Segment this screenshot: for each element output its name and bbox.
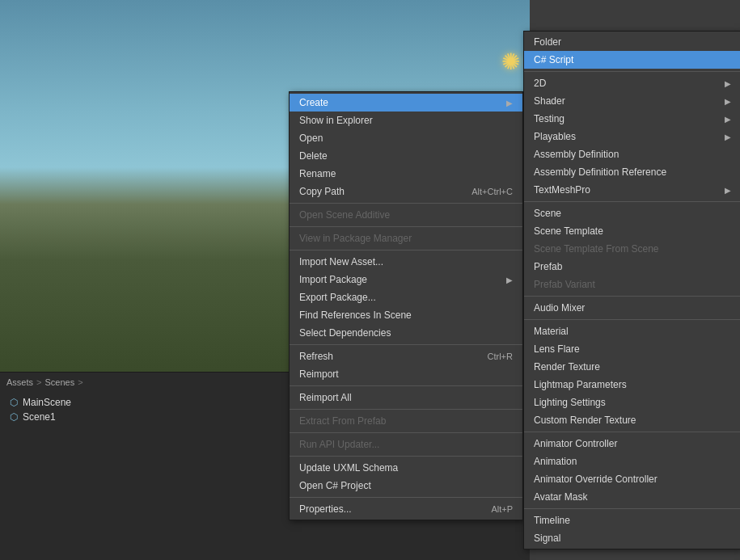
menu-item-csharp-script[interactable]: C# Script xyxy=(524,51,740,69)
menu-label: Avatar Mask xyxy=(534,491,587,503)
menu-label: Timeline xyxy=(534,515,570,526)
menu-item-properties[interactable]: Properties... Alt+P xyxy=(290,500,522,518)
menu-item-scene-template-from-scene: Scene Template From Scene xyxy=(524,240,740,258)
menu-item-lens-flare[interactable]: Lens Flare xyxy=(524,340,740,358)
menu-separator xyxy=(290,409,522,410)
menu-separator xyxy=(290,344,522,345)
menu-label: Extract From Prefab xyxy=(299,415,386,427)
menu-separator xyxy=(524,432,740,432)
menu-label: Lens Flare xyxy=(534,343,580,355)
submenu-arrow-icon: ▶ xyxy=(506,276,513,284)
menu-item-open-csharp-project[interactable]: Open C# Project xyxy=(290,477,522,495)
menu-item-animator-override-controller[interactable]: Animator Override Controller xyxy=(524,470,740,488)
menu-item-export-package[interactable]: Export Package... xyxy=(290,288,522,306)
menu-label: Custom Render Texture xyxy=(534,415,636,426)
menu-label: Reimport All xyxy=(299,392,352,403)
menu-item-run-api-updater: Run API Updater... xyxy=(290,436,522,453)
menu-label: Scene Template xyxy=(534,225,603,237)
menu-separator xyxy=(524,319,740,320)
menu-item-reimport-all[interactable]: Reimport All xyxy=(290,389,522,406)
menu-item-show-in-explorer[interactable]: Show in Explorer xyxy=(290,112,522,129)
menu-label: Properties... xyxy=(299,503,352,515)
menu-item-audio-mixer[interactable]: Audio Mixer xyxy=(524,299,740,317)
menu-separator xyxy=(524,296,740,297)
scene-icon: ⬡ xyxy=(10,397,18,408)
menu-item-animator-controller[interactable]: Animator Controller xyxy=(524,435,740,453)
menu-item-import-package[interactable]: Import Package ▶ xyxy=(290,271,522,288)
menu-item-delete[interactable]: Delete xyxy=(290,147,522,165)
menu-item-timeline[interactable]: Timeline xyxy=(524,512,740,529)
menu-item-copy-path[interactable]: Copy Path Alt+Ctrl+C xyxy=(290,183,522,200)
menu-separator xyxy=(290,250,522,251)
menu-label: Import New Asset... xyxy=(299,256,383,267)
menu-item-folder[interactable]: Folder xyxy=(524,33,740,51)
menu-label: Select Dependencies xyxy=(299,327,391,339)
menu-item-render-texture[interactable]: Render Texture xyxy=(524,358,740,376)
menu-label: Playables xyxy=(534,131,576,142)
menu-label: Assembly Definition xyxy=(534,149,619,160)
menu-item-assembly-definition[interactable]: Assembly Definition xyxy=(524,145,740,163)
menu-item-rename[interactable]: Rename xyxy=(290,165,522,183)
editor-background: ✺ Assets > Scenes > ⬡ MainScene ⬡ Scene1… xyxy=(0,0,740,560)
menu-item-prefab-variant: Prefab Variant xyxy=(524,276,740,293)
menu-item-reimport[interactable]: Reimport xyxy=(290,365,522,383)
menu-label: Animation xyxy=(534,456,577,467)
menu-label: Delete xyxy=(299,150,328,162)
menu-label: Scene Template From Scene xyxy=(534,243,659,255)
menu-item-import-new-asset[interactable]: Import New Asset... xyxy=(290,253,522,271)
menu-label: Audio Mixer xyxy=(534,302,585,314)
menu-label: Show in Explorer xyxy=(299,115,373,126)
menu-shortcut: Alt+Ctrl+C xyxy=(471,187,513,196)
menu-label: Signal xyxy=(534,533,560,544)
menu-item-open[interactable]: Open xyxy=(290,129,522,147)
menu-item-2d[interactable]: 2D ▶ xyxy=(524,74,740,92)
menu-item-scene[interactable]: Scene xyxy=(524,204,740,222)
menu-label: Open xyxy=(299,133,323,144)
menu-label: 2D xyxy=(534,78,546,89)
menu-separator xyxy=(290,432,522,433)
menu-label: Copy Path xyxy=(299,186,345,197)
menu-label: Prefab xyxy=(534,261,562,272)
menu-label: Import Package xyxy=(299,274,367,285)
menu-item-shader[interactable]: Shader ▶ xyxy=(524,92,740,110)
menu-item-signal[interactable]: Signal xyxy=(524,529,740,547)
menu-label: C# Script xyxy=(534,54,573,65)
menu-item-select-dependencies[interactable]: Select Dependencies xyxy=(290,324,522,342)
file-name: Scene1 xyxy=(23,411,56,423)
menu-label: Create xyxy=(299,97,328,108)
menu-item-assembly-definition-reference[interactable]: Assembly Definition Reference xyxy=(524,163,740,181)
menu-label: Reimport xyxy=(299,368,339,380)
menu-label: Scene xyxy=(534,208,561,219)
menu-item-custom-render-texture[interactable]: Custom Render Texture xyxy=(524,411,740,429)
menu-separator xyxy=(524,508,740,509)
menu-label: Assembly Definition Reference xyxy=(534,166,666,178)
menu-item-lightmap-parameters[interactable]: Lightmap Parameters xyxy=(524,376,740,394)
menu-item-scene-template[interactable]: Scene Template xyxy=(524,222,740,240)
menu-label: Open C# Project xyxy=(299,480,371,491)
menu-item-view-in-package-manager: View in Package Manager xyxy=(290,229,522,247)
menu-item-find-references[interactable]: Find References In Scene xyxy=(290,306,522,324)
menu-label: Material xyxy=(534,326,569,337)
menu-label: TextMeshPro xyxy=(534,184,590,196)
menu-item-refresh[interactable]: Refresh Ctrl+R xyxy=(290,347,522,365)
breadcrumb-sep-2: > xyxy=(78,377,82,387)
menu-item-material[interactable]: Material xyxy=(524,322,740,340)
context-menu-create-submenu: Folder C# Script 2D ▶ Shader ▶ Testing ▶… xyxy=(523,31,740,549)
menu-item-update-uxml-schema[interactable]: Update UXML Schema xyxy=(290,459,522,477)
menu-item-animation[interactable]: Animation xyxy=(524,453,740,470)
submenu-arrow-icon: ▶ xyxy=(725,79,731,88)
menu-shortcut: Alt+P xyxy=(491,504,513,514)
menu-item-lighting-settings[interactable]: Lighting Settings xyxy=(524,394,740,411)
menu-item-prefab[interactable]: Prefab xyxy=(524,258,740,276)
menu-item-create[interactable]: Create ▶ xyxy=(290,94,522,112)
menu-label: Prefab Variant xyxy=(534,279,595,290)
menu-label: Animator Controller xyxy=(534,438,617,449)
menu-item-textmeshpro[interactable]: TextMeshPro ▶ xyxy=(524,181,740,199)
menu-separator xyxy=(290,456,522,457)
menu-item-playables[interactable]: Playables ▶ xyxy=(524,128,740,145)
menu-item-avatar-mask[interactable]: Avatar Mask xyxy=(524,488,740,506)
menu-separator xyxy=(524,71,740,72)
menu-separator xyxy=(524,201,740,202)
menu-item-testing[interactable]: Testing ▶ xyxy=(524,110,740,128)
menu-label: Export Package... xyxy=(299,292,376,303)
